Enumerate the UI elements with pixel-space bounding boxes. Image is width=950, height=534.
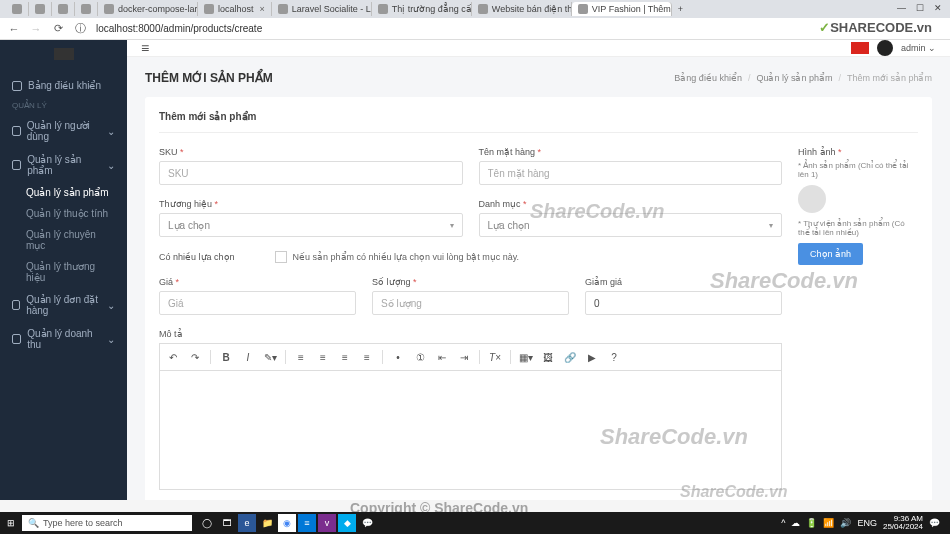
breadcrumb-link[interactable]: Bảng điều khiển xyxy=(674,73,742,83)
minimize-button[interactable]: — xyxy=(897,3,906,13)
sidebar-sub-products[interactable]: Quản lý sản phẩm xyxy=(0,182,127,203)
tray-icon[interactable]: 🔋 xyxy=(806,518,817,528)
tab[interactable] xyxy=(52,2,75,16)
tray-lang[interactable]: ENG xyxy=(857,518,877,528)
sidebar-item-products[interactable]: Quản lý sản phẩm⌄ xyxy=(0,148,127,182)
sku-input[interactable] xyxy=(159,161,463,185)
tab[interactable] xyxy=(29,2,52,16)
info-icon[interactable]: ⓘ xyxy=(74,23,86,35)
tab[interactable]: Laravel Socialite - Laravel 11× xyxy=(272,2,372,16)
help-icon[interactable]: ? xyxy=(607,350,621,364)
taskbar-app-icon[interactable]: 📁 xyxy=(258,514,276,532)
tab[interactable]: docker-compose-laravel-alpin× xyxy=(98,2,198,16)
taskbar-app-icon[interactable]: 🗔 xyxy=(218,514,236,532)
topbar: ≡ admin ⌄ xyxy=(127,40,950,57)
tab-active[interactable]: VIP Fashion | Thêm mới sản ph× xyxy=(572,2,672,16)
taskbar-app-icon[interactable]: ◆ xyxy=(338,514,356,532)
sidebar-item-revenue[interactable]: Quản lý doanh thu⌄ xyxy=(0,322,127,356)
desc-label: Mô tả xyxy=(159,329,782,339)
taskbar-app-icon[interactable]: ◯ xyxy=(198,514,216,532)
discount-label: Giảm giá xyxy=(585,277,782,287)
qty-input[interactable] xyxy=(372,291,569,315)
tray-icon[interactable]: 📶 xyxy=(823,518,834,528)
checkbox[interactable] xyxy=(275,251,287,263)
address-bar: ← → ⟳ ⓘ localhost:8000/admin/products/cr… xyxy=(0,18,950,40)
tray-icon[interactable]: ^ xyxy=(781,518,785,528)
avatar[interactable] xyxy=(877,40,893,56)
taskbar-app-icon[interactable]: ◉ xyxy=(278,514,296,532)
taskbar-search[interactable]: 🔍 Type here to search xyxy=(22,515,192,531)
taskbar-app-icon[interactable]: v xyxy=(318,514,336,532)
new-tab-button[interactable]: + xyxy=(672,4,689,14)
chevron-down-icon: ⌄ xyxy=(107,126,115,137)
search-icon: 🔍 xyxy=(28,518,39,528)
taskbar-app-icon[interactable]: 💬 xyxy=(358,514,376,532)
maximize-button[interactable]: ☐ xyxy=(916,3,924,13)
window-controls: — ☐ ✕ xyxy=(889,0,950,16)
tab[interactable] xyxy=(6,2,29,16)
tab[interactable]: localhost× xyxy=(198,2,272,16)
sidebar-item-dashboard[interactable]: Bảng điều khiển xyxy=(0,74,127,97)
start-button[interactable]: ⊞ xyxy=(4,516,18,530)
price-input[interactable] xyxy=(159,291,356,315)
outdent-icon[interactable]: ⇤ xyxy=(435,350,449,364)
flag-vn-icon[interactable] xyxy=(851,42,869,54)
multi-checkbox-label[interactable]: Nếu sản phẩm có nhiều lựa chọn vui lòng … xyxy=(275,251,519,263)
tray-icon[interactable]: 🔊 xyxy=(840,518,851,528)
reload-icon[interactable]: ⟳ xyxy=(52,23,64,35)
category-select[interactable]: Lựa chọn▾ xyxy=(479,213,783,237)
align-center-icon[interactable]: ≡ xyxy=(316,350,330,364)
indent-icon[interactable]: ⇥ xyxy=(457,350,471,364)
tab[interactable] xyxy=(75,2,98,16)
name-label: Tên mặt hàng * xyxy=(479,147,783,157)
price-label: Giá * xyxy=(159,277,356,287)
video-icon[interactable]: ▶ xyxy=(585,350,599,364)
link-icon[interactable]: 🔗 xyxy=(563,350,577,364)
chevron-down-icon: ⌄ xyxy=(107,334,115,345)
list-number-icon[interactable]: ① xyxy=(413,350,427,364)
sidebar-item-orders[interactable]: Quản lý đơn đặt hàng⌄ xyxy=(0,288,127,322)
name-input[interactable] xyxy=(479,161,783,185)
list-bullet-icon[interactable]: • xyxy=(391,350,405,364)
taskbar-app-icon[interactable]: e xyxy=(238,514,256,532)
user-menu[interactable]: admin ⌄ xyxy=(901,43,936,53)
align-left-icon[interactable]: ≡ xyxy=(294,350,308,364)
bold-icon[interactable]: B xyxy=(219,350,233,364)
notifications-icon[interactable]: 💬 xyxy=(929,518,940,528)
align-right-icon[interactable]: ≡ xyxy=(338,350,352,364)
taskbar-clock[interactable]: 9:36 AM 25/04/2024 xyxy=(883,515,923,531)
breadcrumb-link[interactable]: Quản lý sản phẩm xyxy=(756,73,832,83)
url-field[interactable]: localhost:8000/admin/products/create xyxy=(96,23,942,34)
main-content: ≡ admin ⌄ THÊM MỚI SẢN PHẨM Bảng điều kh… xyxy=(127,40,950,500)
sidebar-sub-attributes[interactable]: Quản lý thuộc tính xyxy=(0,203,127,224)
image-placeholder-icon[interactable] xyxy=(798,185,826,213)
taskbar-app-icon[interactable]: ≡ xyxy=(298,514,316,532)
editor-body[interactable] xyxy=(159,370,782,490)
orders-icon xyxy=(12,300,20,310)
close-button[interactable]: ✕ xyxy=(934,3,942,13)
discount-input[interactable] xyxy=(585,291,782,315)
sidebar-item-users[interactable]: Quản lý người dùng⌄ xyxy=(0,114,127,148)
chevron-down-icon: ▾ xyxy=(450,221,454,230)
choose-image-button[interactable]: Chọn ảnh xyxy=(798,243,863,265)
tab[interactable]: Thị trường đẳng cấp được cả× xyxy=(372,2,472,16)
logo[interactable] xyxy=(54,48,74,60)
close-icon[interactable]: × xyxy=(260,4,265,14)
products-icon xyxy=(12,160,21,170)
sidebar-sub-categories[interactable]: Quản lý chuyên mục xyxy=(0,224,127,256)
table-icon[interactable]: ▦▾ xyxy=(519,350,533,364)
clear-format-icon[interactable]: T× xyxy=(488,350,502,364)
sidebar-sub-brands[interactable]: Quản lý thương hiệu xyxy=(0,256,127,288)
undo-icon[interactable]: ↶ xyxy=(166,350,180,364)
forward-icon[interactable]: → xyxy=(30,23,42,35)
brand-select[interactable]: Lựa chọn▾ xyxy=(159,213,463,237)
redo-icon[interactable]: ↷ xyxy=(188,350,202,364)
align-justify-icon[interactable]: ≡ xyxy=(360,350,374,364)
tab[interactable]: Website bán điện thoại,laptop× xyxy=(472,2,572,16)
italic-icon[interactable]: I xyxy=(241,350,255,364)
hamburger-icon[interactable]: ≡ xyxy=(141,40,149,56)
image-icon[interactable]: 🖼 xyxy=(541,350,555,364)
back-icon[interactable]: ← xyxy=(8,23,20,35)
color-icon[interactable]: ✎▾ xyxy=(263,350,277,364)
tray-icon[interactable]: ☁ xyxy=(791,518,800,528)
